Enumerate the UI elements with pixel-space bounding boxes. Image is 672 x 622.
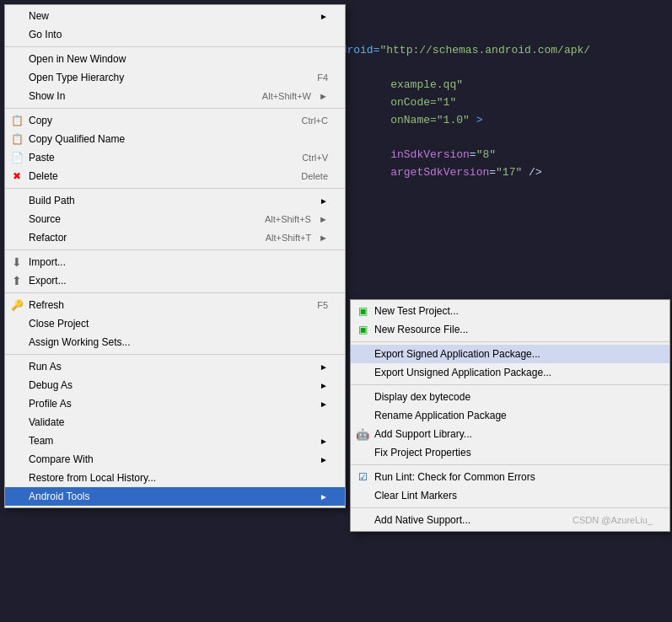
menu-item-run-as[interactable]: Run As ► [5, 357, 345, 376]
menu-item-rename-app-package[interactable]: Rename Application Package [351, 406, 669, 425]
code-line-2: example.qq" [364, 77, 662, 94]
add-support-library-label: Add Support Library... [374, 428, 472, 440]
refresh-shortcut: F5 [317, 300, 328, 310]
paste-shortcut: Ctrl+V [302, 153, 328, 163]
separator-1 [5, 46, 345, 47]
refactor-shortcut: Alt+Shift+T ► [266, 233, 328, 243]
import-label: Import... [29, 256, 66, 268]
go-into-label: Go Into [29, 29, 62, 40]
menu-item-open-new-window[interactable]: Open in New Window [5, 50, 345, 68]
menu-item-build-path[interactable]: Build Path ► [5, 191, 345, 210]
menu-item-import[interactable]: ⬇ Import... [5, 253, 345, 271]
menu-item-copy[interactable]: 📋 Copy Ctrl+C [5, 111, 345, 130]
team-label: Team [29, 435, 53, 447]
profile-as-arrow: ► [320, 399, 328, 409]
fix-project-properties-label: Fix Project Properties [374, 447, 471, 458]
separator-6 [5, 354, 345, 355]
open-type-hierarchy-label: Open Type Hierarchy [29, 72, 124, 83]
code-line-7: argetSdkVersion="17" /> [364, 164, 662, 182]
menu-item-validate[interactable]: Validate [5, 413, 345, 432]
android-tools-arrow: ► [320, 492, 328, 501]
run-lint-label: Run Lint: Check for Common Errors [374, 471, 535, 483]
debug-as-label: Debug As [29, 379, 73, 391]
rename-app-package-label: Rename Application Package [374, 410, 507, 421]
add-native-support-label: Add Native Support... [374, 514, 470, 526]
assign-working-sets-label: Assign Working Sets... [29, 336, 131, 348]
menu-item-show-in[interactable]: Show In Alt+Shift+W ► [5, 87, 345, 105]
menu-item-paste[interactable]: 📄 Paste Ctrl+V [5, 148, 345, 167]
restore-label: Restore from Local History... [29, 472, 156, 484]
menu-item-clear-lint-markers[interactable]: Clear Lint Markers [351, 486, 669, 505]
import-icon: ⬇ [8, 255, 25, 269]
code-line-6: inSdkVersion="8" [364, 147, 662, 164]
menu-item-profile-as[interactable]: Profile As ► [5, 394, 345, 413]
menu-item-debug-as[interactable]: Debug As ► [5, 376, 345, 394]
separator-5 [5, 292, 345, 293]
menu-item-new[interactable]: New ► [5, 7, 345, 25]
menu-item-fix-project-properties[interactable]: Fix Project Properties [351, 443, 669, 462]
menu-item-compare-with[interactable]: Compare With ► [5, 450, 345, 469]
new-arrow: ► [320, 12, 328, 21]
menu-item-run-lint[interactable]: ☑ Run Lint: Check for Common Errors [351, 468, 669, 486]
menu-item-add-native-support[interactable]: Add Native Support... CSDN @AzureLiu_ [351, 511, 669, 529]
compare-with-label: Compare With [29, 453, 94, 465]
menu-item-display-dex-bytecode[interactable]: Display dex bytecode [351, 388, 669, 406]
android-icon: 🤖 [354, 428, 371, 441]
separator-3 [5, 188, 345, 189]
run-as-arrow: ► [320, 362, 328, 372]
menu-item-export[interactable]: ⬆ Export... [5, 271, 345, 290]
new-resource-file-icon: ▣ [354, 324, 371, 335]
clear-lint-markers-label: Clear Lint Markers [374, 490, 457, 501]
right-separator-2 [351, 384, 669, 385]
menu-item-android-tools[interactable]: Android Tools ► [5, 487, 345, 506]
new-test-project-label: New Test Project... [374, 305, 459, 317]
menu-item-new-test-project[interactable]: ▣ New Test Project... [351, 302, 669, 320]
separator-4 [5, 249, 345, 250]
team-arrow: ► [320, 437, 328, 446]
build-path-label: Build Path [29, 195, 75, 206]
build-path-arrow: ► [320, 196, 328, 206]
open-type-hierarchy-shortcut: F4 [317, 72, 328, 83]
validate-label: Validate [29, 416, 64, 428]
export-icon: ⬆ [8, 274, 25, 287]
menu-item-refresh[interactable]: 🔑 Refresh F5 [5, 296, 345, 314]
menu-item-close-project[interactable]: Close Project [5, 314, 345, 333]
checkbox-icon: ☑ [354, 471, 371, 483]
menu-item-add-support-library[interactable]: 🤖 Add Support Library... [351, 425, 669, 443]
paste-label: Paste [29, 152, 55, 164]
source-shortcut: Alt+Shift+S ► [265, 214, 328, 224]
context-menu-right: ▣ New Test Project... ▣ New Resource Fil… [350, 299, 670, 532]
menu-item-new-resource-file[interactable]: ▣ New Resource File... [351, 320, 669, 339]
delete-icon: ✖ [8, 170, 25, 182]
right-separator-3 [351, 464, 669, 465]
code-line-4: onName="1.0" > [364, 112, 662, 130]
copy-qualified-label: Copy Qualified Name [29, 133, 125, 145]
menu-item-go-into[interactable]: Go Into [5, 25, 345, 44]
close-project-label: Close Project [29, 318, 89, 330]
menu-item-open-type-hierarchy[interactable]: Open Type Hierarchy F4 [5, 68, 345, 87]
menu-item-copy-qualified-name[interactable]: 📋 Copy Qualified Name [5, 130, 345, 148]
run-as-label: Run As [29, 361, 62, 373]
code-line-3: onCode="1" [364, 94, 662, 112]
menu-item-export-signed[interactable]: Export Signed Application Package... [351, 345, 669, 363]
menu-item-source[interactable]: Source Alt+Shift+S ► [5, 210, 345, 228]
copy-icon: 📋 [8, 115, 25, 126]
new-label: New [29, 10, 49, 22]
menu-item-team[interactable]: Team ► [5, 432, 345, 450]
export-signed-label: Export Signed Application Package... [374, 348, 540, 360]
menu-item-delete[interactable]: ✖ Delete Delete [5, 167, 345, 185]
refresh-icon: 🔑 [8, 299, 25, 311]
menu-item-assign-working-sets[interactable]: Assign Working Sets... [5, 333, 345, 351]
menu-item-refactor[interactable]: Refactor Alt+Shift+T ► [5, 228, 345, 247]
menu-item-restore-from-local-history[interactable]: Restore from Local History... [5, 469, 345, 487]
right-separator-4 [351, 507, 669, 508]
open-new-window-label: Open in New Window [29, 53, 126, 65]
separator-2 [5, 108, 345, 109]
delete-label: Delete [29, 170, 58, 182]
debug-as-arrow: ► [320, 381, 328, 390]
copy-qualified-icon: 📋 [8, 133, 25, 145]
menu-item-export-unsigned[interactable]: Export Unsigned Application Package... [351, 363, 669, 382]
profile-as-label: Profile As [29, 398, 72, 410]
delete-shortcut: Delete [301, 171, 328, 181]
refresh-label: Refresh [29, 299, 64, 311]
